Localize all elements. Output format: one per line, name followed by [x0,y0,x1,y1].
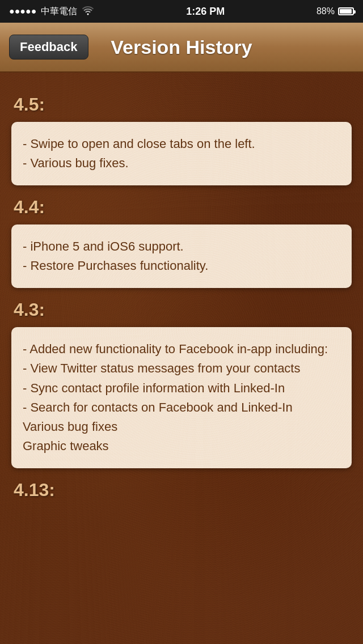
signal-bars: ●●●●● [9,6,36,16]
version-heading-2: 4.3: [14,299,352,320]
version-card-1: - iPhone 5 and iOS6 support.- Restore Pu… [11,224,352,288]
carrier-label: 中華電信 [41,6,77,18]
version-card-0: - Swipe to open and close tabs on the le… [11,122,352,185]
battery-percent: 88% [316,6,335,16]
status-right: 88% [316,6,354,16]
content-area: 4.5:- Swipe to open and close tabs on th… [0,73,363,644]
status-time: 1:26 PM [186,6,225,18]
version-heading-0: 4.5: [14,94,352,115]
nav-bar: Feedback Version History [0,23,363,73]
status-left: ●●●●● 中華電信 [9,5,94,18]
version-heading-3: 4.13: [14,480,352,501]
wifi-icon [82,5,94,18]
battery-icon [338,7,354,15]
status-bar: ●●●●● 中華電信 1:26 PM 88% [0,0,363,23]
back-button[interactable]: Feedback [9,35,88,60]
version-card-2: - Added new functionality to Facebook in… [11,327,352,468]
version-content-0: - Swipe to open and close tabs on the le… [23,134,340,173]
version-heading-1: 4.4: [14,197,352,218]
version-content-2: - Added new functionality to Facebook in… [23,340,340,456]
version-content-1: - iPhone 5 and iOS6 support.- Restore Pu… [23,237,340,276]
